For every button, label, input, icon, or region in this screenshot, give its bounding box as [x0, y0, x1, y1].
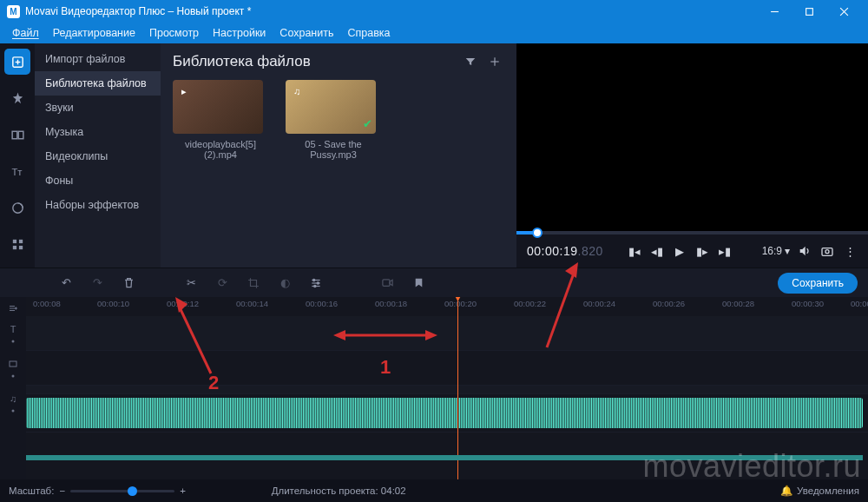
zoom-in-icon[interactable]: +: [180, 485, 186, 496]
more-icon[interactable]: ⋮: [842, 243, 858, 259]
svg-point-33: [12, 375, 15, 378]
svg-point-23: [317, 281, 319, 283]
tool-import[interactable]: [4, 49, 30, 75]
preview-panel: ? 00:00:19.820 ▮◂ ◂▮ ▶ ▮▸ ▸▮ 16:9 ▾ ⋮: [516, 43, 868, 268]
snapshot-icon[interactable]: [819, 243, 835, 259]
tool-more[interactable]: [4, 231, 30, 257]
prev-clip-button[interactable]: ▮◂: [627, 243, 642, 259]
play-button[interactable]: ▶: [672, 243, 687, 259]
notifications-button[interactable]: 🔔Уведомления: [780, 485, 859, 497]
sidebar-item-sounds[interactable]: Звуки: [35, 96, 161, 120]
menu-save[interactable]: Сохранить: [273, 24, 340, 42]
file-thumb-video[interactable]: ▸ videoplayback[5] (2).mp4: [173, 80, 268, 160]
tool-transitions[interactable]: [4, 122, 30, 148]
library-title: Библиотека файлов: [173, 53, 456, 70]
video-track[interactable]: [26, 351, 868, 386]
ruler-tick: 00:00:14: [236, 299, 268, 308]
svg-rect-25: [382, 280, 389, 287]
save-button[interactable]: Сохранить: [778, 273, 858, 294]
menu-help[interactable]: Справка: [340, 24, 397, 42]
svg-point-34: [12, 410, 15, 413]
svg-point-22: [313, 279, 315, 281]
audio-track-label[interactable]: ♫: [8, 387, 18, 422]
ruler-tick: 00:00:24: [583, 299, 615, 308]
redo-button[interactable]: ↷: [89, 274, 106, 292]
add-icon[interactable]: [485, 52, 504, 71]
audio-track[interactable]: [26, 394, 868, 433]
audio-clip[interactable]: [26, 398, 863, 428]
preview-screen[interactable]: [516, 43, 868, 231]
ruler-tick: 00:00:28: [722, 299, 754, 308]
svg-point-18: [825, 250, 829, 254]
svg-text:Tт: Tт: [11, 166, 22, 176]
file-name: 05 - Save the Pussy.mp3: [286, 139, 381, 160]
aspect-ratio-selector[interactable]: 16:9 ▾: [762, 245, 790, 257]
svg-point-24: [314, 285, 316, 287]
menu-bar: Файл Редактирование Просмотр Настройки С…: [0, 23, 868, 43]
scrubber[interactable]: [516, 231, 868, 234]
menu-view[interactable]: Просмотр: [142, 24, 206, 42]
music-icon: ♫: [289, 83, 305, 99]
chevron-down-icon: ▾: [785, 245, 790, 257]
file-thumb-audio[interactable]: ♫✔ 05 - Save the Pussy.mp3: [286, 80, 381, 160]
tool-filters[interactable]: [4, 85, 30, 111]
sidebar-item-import[interactable]: Импорт файлов: [35, 47, 161, 71]
preview-controls: 00:00:19.820 ▮◂ ◂▮ ▶ ▮▸ ▸▮ 16:9 ▾ ⋮: [516, 234, 868, 268]
app-logo: M: [7, 5, 20, 18]
tool-stickers[interactable]: [4, 195, 30, 221]
timeline-toolbar: ↶ ↷ ✂ ⟳ ◐ Сохранить: [0, 268, 868, 297]
timeline-content[interactable]: 0:00:08 00:00:10 00:00:12 00:00:14 00:00…: [26, 297, 868, 479]
sidebar-item-videoclips[interactable]: Видеоклипы: [35, 144, 161, 168]
svg-rect-7: [12, 131, 17, 139]
crop-button[interactable]: [245, 274, 262, 292]
svg-rect-11: [12, 239, 16, 242]
zoom-label: Масштаб:: [9, 485, 54, 496]
svg-rect-14: [18, 245, 22, 248]
sidebar-item-backgrounds[interactable]: Фоны: [35, 168, 161, 193]
tool-titles[interactable]: Tт: [4, 158, 30, 184]
split-button[interactable]: ✂: [182, 274, 200, 292]
secondary-audio-clip[interactable]: [26, 455, 863, 460]
sidebar-item-effectsets[interactable]: Наборы эффектов: [35, 193, 161, 217]
menu-edit[interactable]: Редактирование: [46, 24, 142, 42]
text-track-label[interactable]: T: [8, 318, 18, 353]
video-track-label[interactable]: [8, 353, 18, 387]
playhead[interactable]: [457, 297, 458, 479]
timeline: T ♫ 0:00:08 00:00:10 00:00:12 00:00:14 0…: [0, 297, 868, 479]
timeline-ruler[interactable]: 0:00:08 00:00:10 00:00:12 00:00:14 00:00…: [26, 297, 868, 316]
frame-back-button[interactable]: ◂▮: [649, 243, 665, 259]
ruler-tick: 00:00:18: [375, 299, 407, 308]
bell-icon: 🔔: [780, 485, 792, 497]
sidebar-item-music[interactable]: Музыка: [35, 120, 161, 144]
zoom-control[interactable]: Масштаб: − +: [9, 485, 186, 496]
menu-file[interactable]: Файл: [5, 24, 46, 42]
marker-button[interactable]: [410, 274, 427, 292]
zoom-slider[interactable]: [70, 490, 174, 492]
svg-rect-32: [10, 361, 16, 367]
svg-rect-13: [12, 245, 16, 248]
check-icon: ✔: [363, 117, 372, 130]
rotate-button[interactable]: ⟳: [214, 274, 231, 292]
text-track[interactable]: [26, 316, 868, 351]
zoom-out-icon[interactable]: −: [59, 485, 65, 496]
frame-forward-button[interactable]: ▮▸: [694, 243, 710, 259]
add-track-button[interactable]: [8, 299, 18, 318]
scrub-handle[interactable]: [532, 228, 542, 238]
ruler-tick: 00:00:30: [792, 299, 824, 308]
minimize-button[interactable]: [757, 0, 792, 23]
menu-settings[interactable]: Настройки: [206, 24, 273, 42]
maximize-button[interactable]: [792, 0, 826, 23]
properties-button[interactable]: [307, 274, 325, 292]
svg-rect-1: [806, 8, 812, 15]
window-title: Movavi Видеоредактор Плюс – Новый проект…: [25, 5, 251, 17]
play-icon: ▸: [176, 83, 192, 99]
undo-button[interactable]: ↶: [57, 274, 75, 292]
sidebar-item-library[interactable]: Библиотека файлов: [35, 71, 161, 96]
record-button[interactable]: [378, 274, 396, 292]
volume-icon[interactable]: [797, 243, 812, 259]
delete-button[interactable]: [120, 274, 137, 292]
next-clip-button[interactable]: ▸▮: [717, 243, 733, 259]
close-button[interactable]: [826, 0, 861, 23]
filter-icon[interactable]: [461, 52, 480, 71]
color-button[interactable]: ◐: [276, 274, 293, 292]
